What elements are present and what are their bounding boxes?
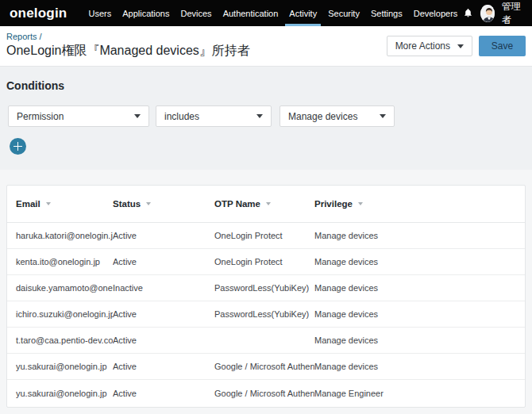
add-icon [10,138,26,155]
cell-email: yu.sakurai@onelogin.jp [16,362,113,371]
cell-email: kenta.ito@onelogin.jp [16,257,113,266]
chevron-down-icon [256,114,263,118]
nav-item-devices[interactable]: Devices [175,0,218,26]
column-header-privilege[interactable]: Privilege [314,199,525,209]
condition-operator-value: includes [164,111,199,122]
cell-email: haruka.katori@onelogin.jp [16,231,113,240]
cell-status: Active [113,362,214,371]
cell-privilege: Manage devices [314,283,525,293]
column-header-label: Privilege [314,199,353,209]
table-row[interactable]: kenta.ito@onelogin.jp Active OneLogin Pr… [7,249,525,275]
cell-otp-name: OneLogin Protect [214,257,314,266]
table-row[interactable]: haruka.katori@onelogin.jp Active OneLogi… [7,223,525,249]
chevron-down-icon [457,44,464,48]
cell-email: yu.sakurai@onelogin.jp [16,389,113,398]
table-header-row: Email Status OTP Name Privilege [7,186,525,223]
column-header-label: Email [16,199,40,209]
column-header-email[interactable]: Email [16,199,113,209]
column-header-label: OTP Name [214,199,260,209]
sort-chevron-icon [46,202,51,205]
nav-item-users[interactable]: Users [83,0,117,26]
nav-item-authentication[interactable]: Authentication [218,0,284,26]
table-row[interactable]: daisuke.yamamoto@onelogin.jp Inactive Pa… [7,275,525,301]
nav-item-developers[interactable]: Developers [408,0,464,26]
more-actions-button[interactable]: More Actions [387,36,472,56]
onelogin-logo[interactable]: onelogin [10,6,67,20]
nav-right: 管理者 [463,0,524,26]
condition-filter-row: Permission includes Manage devices [8,105,395,127]
cell-privilege: Manage devices [314,231,525,240]
cell-status: Active [113,335,214,345]
cell-privilege: Manage Engineer [314,389,525,398]
top-nav: onelogin Users Applications Devices Auth… [0,0,532,26]
condition-value-value: Manage devices [288,111,357,122]
condition-value-dropdown[interactable]: Manage devices [279,105,395,127]
cell-status: Active [113,389,214,398]
results-table: Email Status OTP Name Privilege haruka.k… [6,185,526,408]
chevron-down-icon [134,114,141,118]
cell-privilege: Manage devices [314,362,525,371]
conditions-heading: Conditions [6,79,64,92]
nav-item-settings[interactable]: Settings [365,0,408,26]
condition-operator-dropdown[interactable]: includes [156,105,272,127]
table-row[interactable]: t.taro@caa.pentio-dev.com Active Manage … [7,328,525,354]
cell-privilege: Manage devices [314,257,525,266]
cell-email: daisuke.yamamoto@onelogin.jp [16,283,113,293]
user-name[interactable]: 管理者 [502,0,524,27]
page: onelogin Users Applications Devices Auth… [0,0,532,414]
cell-status: Active [113,257,214,266]
nav-item-security[interactable]: Security [322,0,365,26]
nav-item-applications[interactable]: Applications [117,0,175,26]
cell-otp-name: OneLogin Protect [214,231,314,240]
table-row[interactable]: ichiro.suzuki@onelogin.jp Active Passwor… [7,301,525,328]
condition-field-value: Permission [17,111,64,122]
save-button[interactable]: Save [479,36,526,56]
column-header-otp-name[interactable]: OTP Name [214,199,314,209]
notification-bell-icon[interactable] [463,8,473,18]
cell-email: ichiro.suzuki@onelogin.jp [16,309,113,319]
cell-privilege: Manage devices [314,309,525,319]
sort-chevron-icon [266,202,271,205]
add-condition-button[interactable] [10,138,26,155]
more-actions-label: More Actions [395,40,450,52]
cell-email: t.taro@caa.pentio-dev.com [16,335,113,345]
sort-chevron-icon [358,202,363,205]
page-header: Reports / OneLogin権限『Managed devices』所持者… [0,26,532,67]
cell-status: Inactive [113,283,214,293]
cell-otp-name: Google / Microsoft Authenticator [214,389,314,398]
table-row[interactable]: yu.sakurai@onelogin.jp Active Google / M… [7,354,525,380]
column-header-label: Status [113,199,141,209]
user-avatar[interactable] [480,5,494,22]
sort-chevron-icon [146,202,151,205]
nav-menu: Users Applications Devices Authenticatio… [83,0,463,26]
chevron-down-icon [380,114,386,118]
column-header-status[interactable]: Status [113,199,214,209]
header-actions: More Actions Save [387,36,526,56]
table-row[interactable]: yu.sakurai@onelogin.jp Active Google / M… [7,380,525,406]
page-title: OneLogin権限『Managed devices』所持者 [6,43,250,59]
cell-status: Active [113,309,214,319]
cell-status: Active [113,231,214,240]
nav-item-activity[interactable]: Activity [283,0,322,26]
conditions-section: Conditions Permission includes Manage de… [0,67,532,170]
condition-field-dropdown[interactable]: Permission [8,105,149,127]
breadcrumb[interactable]: Reports / [6,32,42,41]
cell-otp-name: PasswordLess(YubiKey) [214,309,314,319]
cell-privilege: Manage devices [314,335,525,345]
cell-otp-name: Google / Microsoft Authenticator [214,362,314,371]
cell-otp-name: PasswordLess(YubiKey) [214,283,314,293]
